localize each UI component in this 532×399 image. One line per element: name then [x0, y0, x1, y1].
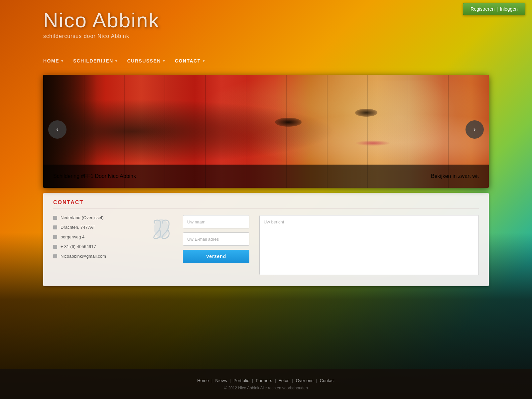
address-phone: + 31 (6) 40564917 [61, 244, 96, 249]
footer-link-portfolio[interactable]: Portfolio [233, 378, 249, 383]
footer-sep-4: | [275, 378, 276, 383]
contact-section: CONTACT Nederland (Overijssel) Drachten,… [43, 193, 489, 286]
main-nav: HOME ▼ SCHILDERIJEN ▼ CURSUSSEN ▼ CONTAC… [43, 58, 215, 64]
main-content: ‹ › Schildering #FF1 Door Nico Abbink Be… [43, 75, 489, 286]
contact-section-title: CONTACT [53, 200, 479, 208]
name-input[interactable] [183, 215, 249, 228]
slider-prev-button[interactable]: ‹ [48, 120, 66, 139]
nav-arrow-cursussen: ▼ [162, 59, 166, 63]
contact-message-column [259, 215, 479, 276]
address-email: Nicoabbink@gmail.com [61, 254, 106, 259]
contact-address: Nederland (Overijssel) Drachten, 7477AT … [53, 215, 140, 276]
register-label: Registreren [470, 6, 494, 12]
footer-link-home[interactable]: Home [197, 378, 209, 383]
address-country-item: Nederland (Overijssel) [53, 215, 140, 220]
svg-point-0 [154, 219, 169, 238]
nav-item-schilderijen[interactable]: SCHILDERIJEN ▼ [73, 58, 118, 64]
address-city: Drachten, 7477AT [61, 225, 95, 230]
login-label: Inloggen [500, 6, 518, 12]
slider-next-button[interactable]: › [466, 120, 484, 139]
quote-decoration-icon [151, 218, 171, 245]
header: Nico Abbink schildercursus door Nico Abb… [43, 10, 159, 39]
footer-link-contact[interactable]: Contact [320, 378, 335, 383]
address-street-item: bergerweg 4 [53, 234, 140, 239]
contact-body: Nederland (Overijssel) Drachten, 7477AT … [53, 215, 479, 276]
slider-caption-left: Schildering #FF1 Door Nico Abbink [53, 173, 136, 179]
site-subtitle: schildercursus door Nico Abbink [43, 33, 159, 39]
footer-sep-2: | [230, 378, 231, 383]
nav-item-cursussen[interactable]: CURSUSSEN ▼ [127, 58, 166, 64]
email-input[interactable] [183, 232, 249, 246]
footer-link-fotos[interactable]: Fotos [279, 378, 290, 383]
slider-caption-right[interactable]: Bekijken in zwart wit [431, 173, 479, 179]
address-email-item: Nicoabbink@gmail.com [53, 254, 140, 259]
nav-arrow-contact: ▼ [202, 59, 205, 63]
nav-arrow-home: ▼ [61, 59, 64, 63]
address-icon-phone [53, 245, 57, 249]
footer-sep-3: | [252, 378, 253, 383]
footer-link-niews[interactable]: Niews [215, 378, 227, 383]
nav-item-contact[interactable]: CONTACT ▼ [175, 58, 205, 64]
nav-arrow-schilderijen: ▼ [115, 59, 118, 63]
submit-button[interactable]: Verzend [183, 250, 249, 263]
nav-label-schilderijen: SCHILDERIJEN [73, 58, 113, 64]
painting-red-center [110, 86, 355, 177]
footer-nav: Home | Niews | Portfolio | Partners | Fo… [197, 378, 334, 383]
message-textarea[interactable] [259, 215, 479, 275]
address-icon-street [53, 235, 57, 239]
footer-sep-6: | [316, 378, 317, 383]
site-title: Nico Abbink [43, 10, 159, 31]
address-country: Nederland (Overijssel) [61, 215, 103, 220]
slider-prev-icon: ‹ [56, 125, 59, 134]
address-street: bergerweg 4 [61, 234, 84, 239]
nav-label-contact: CONTACT [175, 58, 201, 64]
nav-label-cursussen: CURSUSSEN [127, 58, 161, 64]
footer-link-over-ons[interactable]: Over ons [296, 378, 314, 383]
address-icon-country [53, 216, 57, 220]
slider-next-icon: › [473, 125, 476, 134]
address-icon-email [53, 254, 57, 258]
footer: Home | Niews | Portfolio | Partners | Fo… [0, 369, 532, 399]
footer-sep-5: | [292, 378, 293, 383]
painting-eye-right [355, 109, 377, 117]
quote-icon-column [150, 215, 173, 276]
auth-button[interactable]: Registreren | Inloggen [463, 3, 525, 15]
footer-link-partners[interactable]: Partners [256, 378, 272, 383]
address-phone-item: + 31 (6) 40564917 [53, 244, 140, 249]
auth-separator: | [497, 6, 498, 12]
address-icon-city [53, 225, 57, 229]
nav-item-home[interactable]: HOME ▼ [43, 58, 64, 64]
footer-sep-1: | [211, 378, 212, 383]
image-slider: ‹ › Schildering #FF1 Door Nico Abbink Be… [43, 75, 489, 188]
contact-form: Verzend [183, 215, 249, 276]
painting-animal-face [333, 80, 466, 171]
nav-label-home: HOME [43, 58, 59, 64]
footer-copyright: © 2012 Nico Abbink Alle rechten voorbeho… [224, 386, 308, 390]
slider-caption: Schildering #FF1 Door Nico Abbink Bekijk… [43, 165, 489, 188]
address-city-item: Drachten, 7477AT [53, 225, 140, 230]
